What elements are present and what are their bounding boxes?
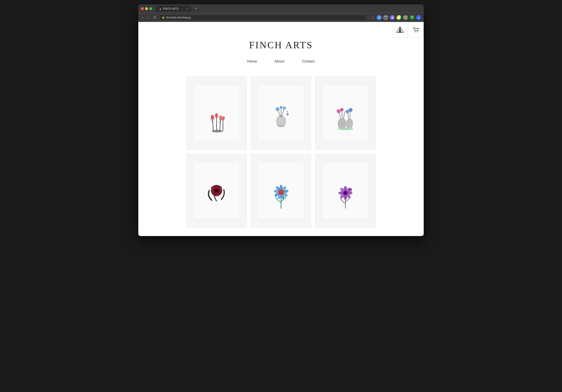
svg-line-33 [348, 113, 349, 119]
svg-line-17 [282, 109, 284, 116]
artwork-dark-flower [200, 171, 233, 210]
artwork-frame-4 [193, 162, 240, 219]
browser-toolbar: ‹ › ↻ 🔒 fincharts.theshop.jp ☆ S 📷 ◈ ▦ 🧩… [138, 13, 424, 22]
tent-icon [396, 26, 404, 33]
svg-line-27 [342, 111, 342, 118]
product-card-2[interactable] [251, 77, 311, 150]
extension-puzzle[interactable]: 🧩 [403, 15, 408, 20]
site-title: FINCH ARTS [138, 39, 424, 51]
artwork-frame-1 [193, 85, 240, 141]
svg-point-10 [219, 115, 222, 120]
svg-point-32 [341, 109, 342, 110]
svg-point-36 [347, 111, 348, 112]
svg-point-30 [338, 110, 340, 112]
nav-about[interactable]: About [275, 59, 284, 63]
extension-user2[interactable]: ● [416, 15, 421, 20]
svg-line-26 [339, 112, 341, 119]
artwork-frame-2 [258, 85, 304, 141]
tab-close-button[interactable]: × [186, 7, 188, 10]
svg-point-12 [212, 130, 223, 133]
artwork-frame-5 [258, 162, 304, 219]
browser-window: ▲ FINCH ARTS × + ‹ › ↻ 🔒 fincharts.thesh… [138, 4, 424, 236]
extension-color[interactable]: ▦ [397, 15, 401, 20]
artwork-vase [265, 93, 297, 133]
minimize-button[interactable] [145, 7, 148, 10]
nav-home[interactable]: Home [247, 59, 257, 63]
svg-point-9 [215, 113, 218, 118]
artwork-double-vase [329, 93, 362, 133]
logo-home-button[interactable] [392, 22, 408, 38]
tab-title: FINCH ARTS [163, 7, 178, 10]
product-card-5[interactable] [251, 154, 311, 227]
forward-button[interactable]: › [146, 15, 150, 20]
site-title-area: FINCH ARTS [138, 22, 424, 55]
website-content: FINCH ARTS Home About Contact [138, 22, 424, 236]
artwork-frame-3 [322, 85, 369, 141]
svg-point-23 [284, 107, 285, 109]
svg-point-25 [337, 128, 353, 130]
svg-point-2 [415, 31, 416, 32]
svg-point-65 [344, 192, 347, 194]
svg-point-13 [278, 125, 284, 127]
svg-point-24 [286, 113, 288, 115]
close-button[interactable] [141, 7, 144, 10]
svg-line-34 [350, 111, 350, 119]
svg-point-21 [280, 107, 282, 108]
site-navigation: Home About Contact [138, 55, 424, 72]
product-card-4[interactable] [187, 154, 246, 227]
artwork-frame-6 [322, 162, 369, 219]
svg-line-6 [220, 119, 221, 131]
cart-icon [412, 27, 419, 33]
address-bar[interactable]: 🔒 fincharts.theshop.jp [159, 15, 367, 20]
traffic-lights [141, 7, 152, 10]
cart-button[interactable] [408, 22, 424, 38]
extension-camera[interactable]: 📷 [383, 15, 388, 20]
product-card-3[interactable] [316, 77, 375, 150]
star-icon[interactable]: ☆ [370, 15, 375, 20]
new-tab-button[interactable]: + [194, 6, 199, 11]
svg-point-38 [350, 109, 351, 111]
artwork-purple [329, 171, 362, 210]
products-grid [160, 72, 402, 236]
refresh-button[interactable]: ↻ [152, 15, 158, 20]
svg-point-3 [417, 31, 418, 32]
maximize-button[interactable] [149, 7, 152, 10]
lock-icon: 🔒 [162, 16, 165, 19]
artwork-daisy [265, 171, 297, 210]
svg-marker-1 [399, 27, 401, 33]
site-header-icons [392, 22, 424, 38]
product-card-1[interactable] [187, 77, 246, 150]
extension-s[interactable]: S [377, 15, 382, 20]
svg-point-19 [277, 108, 278, 110]
svg-line-4 [212, 118, 213, 131]
extension-shield[interactable]: ◈ [390, 15, 395, 20]
browser-titlebar: ▲ FINCH ARTS × + [138, 4, 424, 13]
toolbar-extensions: ☆ S 📷 ◈ ▦ 🧩 千 ● [370, 15, 421, 20]
svg-point-54 [280, 191, 283, 194]
svg-point-42 [215, 189, 218, 192]
artwork-tulips [200, 93, 233, 133]
browser-tab[interactable]: ▲ FINCH ARTS × [156, 6, 191, 12]
back-button[interactable]: ‹ [141, 15, 145, 20]
svg-point-67 [349, 189, 351, 191]
extension-user1[interactable]: 千 [410, 15, 414, 20]
url-text: fincharts.theshop.jp [166, 16, 191, 19]
tab-favicon: ▲ [159, 7, 162, 10]
svg-line-28 [344, 112, 345, 119]
nav-contact[interactable]: Contact [302, 59, 315, 63]
product-card-6[interactable] [316, 154, 375, 227]
